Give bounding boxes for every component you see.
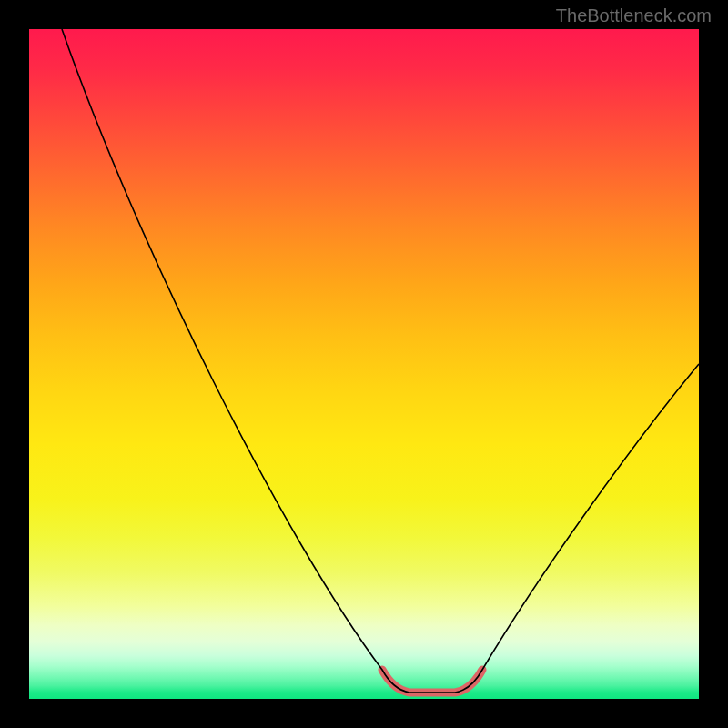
optimal-zone-highlight	[382, 670, 482, 693]
chart-svg	[29, 29, 699, 699]
chart-plot-area	[29, 29, 699, 699]
bottleneck-curve	[62, 29, 699, 693]
watermark-text: TheBottleneck.com	[556, 5, 712, 26]
